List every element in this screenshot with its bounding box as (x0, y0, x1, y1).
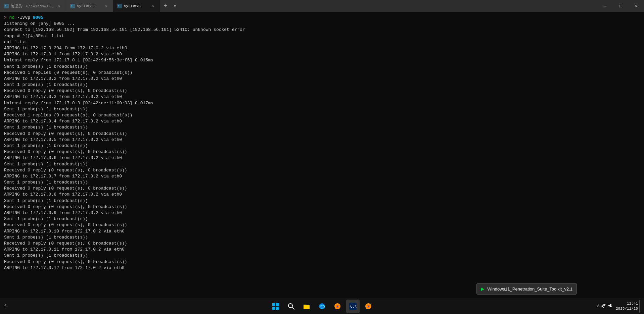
svg-text:C:\: C:\ (118, 5, 122, 8)
chevron-up-icon[interactable]: ^ (597, 304, 600, 309)
terminal-area[interactable]: > nc -lvvp 9005listening on [any] 9005 .… (0, 12, 644, 298)
popup-arrow-icon: ▶ (481, 286, 485, 292)
terminal-icon-3: C:\ (117, 4, 122, 8)
terminal-output: > nc -lvvp 9005listening on [any] 9005 .… (4, 15, 640, 271)
network-icon[interactable] (601, 303, 606, 310)
terminal-icon-2: C:\ (70, 4, 75, 8)
tabs-area: C:\ 管理员: C:\Windows\system32 ✕ C:\ syste… (0, 0, 598, 12)
svg-rect-6 (272, 303, 275, 306)
maximize-button[interactable]: □ (613, 0, 629, 12)
taskbar-center: C:\ (269, 300, 375, 313)
edge-browser-button[interactable] (315, 300, 329, 313)
svg-text:C:\: C:\ (71, 5, 75, 8)
titlebar: C:\ 管理员: C:\Windows\system32 ✕ C:\ syste… (0, 0, 644, 12)
toolkit-popup-label: Windows11_Penetration_Suite_Toolkit_v2.1 (487, 286, 572, 292)
svg-rect-7 (276, 303, 279, 306)
taskbar-right: ^ 11:41 2025/11/20 (597, 300, 641, 313)
window-controls: — □ ✕ (598, 0, 644, 12)
system-clock[interactable]: 11:41 2025/11/20 (616, 301, 638, 311)
search-button[interactable] (284, 300, 298, 313)
system-tray: ^ 11:41 2025/11/20 (597, 301, 638, 311)
close-button[interactable]: ✕ (629, 0, 644, 12)
taskbar: ^ (0, 298, 644, 314)
tab-label-2: system32 (77, 4, 95, 8)
svg-point-21 (603, 307, 604, 308)
svg-text:C:\: C:\ (350, 304, 357, 309)
svg-text:C:\: C:\ (5, 5, 9, 8)
svg-rect-9 (276, 307, 279, 310)
file-explorer-button[interactable] (300, 300, 313, 313)
clock-date: 2025/11/20 (616, 306, 638, 311)
svg-line-11 (292, 307, 294, 309)
clock-time: 11:41 (627, 301, 638, 306)
tray-icons-area: ^ (597, 303, 613, 310)
tab-close-3[interactable]: ✕ (150, 3, 156, 9)
tab-close-2[interactable]: ✕ (103, 3, 109, 9)
firefox-button-1[interactable] (331, 300, 344, 313)
tab-admin-cmd[interactable]: C:\ 管理员: C:\Windows\system32 ✕ (0, 0, 66, 12)
toolkit-popup: ▶ Windows11_Penetration_Suite_Toolkit_v2… (476, 283, 577, 295)
tab-system32-2[interactable]: C:\ system32 ✕ (113, 0, 160, 12)
tab-system32-1[interactable]: C:\ system32 ✕ (66, 0, 113, 12)
svg-point-20 (368, 306, 369, 307)
tab-dropdown-button[interactable]: ▾ (171, 0, 179, 12)
terminal-taskbar-button[interactable]: C:\ (346, 300, 360, 313)
taskbar-left: ^ (3, 303, 8, 310)
new-tab-button[interactable]: + (160, 0, 171, 12)
tab-label-1: 管理员: C:\Windows\system32 (11, 4, 54, 9)
start-menu-button[interactable] (269, 300, 282, 313)
tab-label-3: system32 (124, 4, 142, 8)
svg-rect-8 (272, 307, 275, 310)
volume-icon[interactable] (608, 303, 613, 310)
terminal-icon-1: C:\ (4, 4, 9, 8)
show-desktop-button[interactable] (639, 300, 641, 313)
svg-point-15 (337, 306, 338, 307)
minimize-button[interactable]: — (598, 0, 613, 12)
tray-chevron-icon[interactable]: ^ (3, 303, 8, 310)
firefox-button-2[interactable] (362, 300, 375, 313)
tab-close-1[interactable]: ✕ (56, 3, 62, 9)
